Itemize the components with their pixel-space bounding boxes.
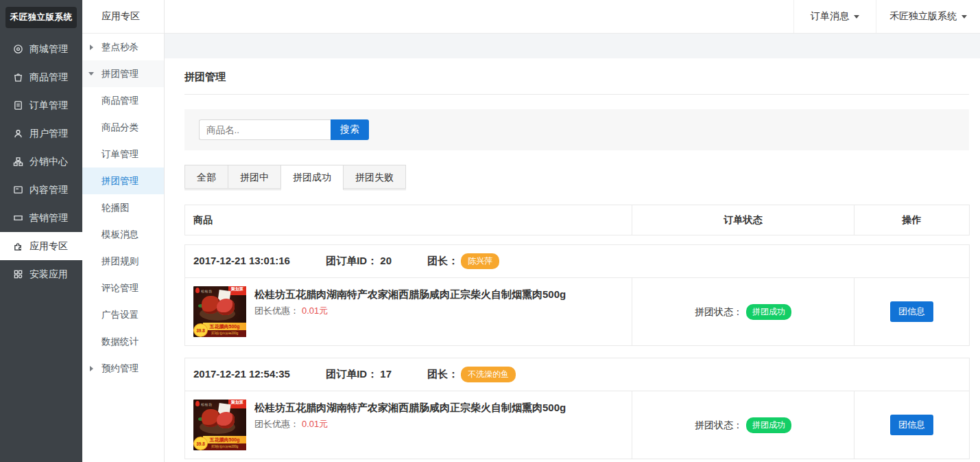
sidebar-item-label: 分销中心: [29, 156, 68, 168]
action-cell: 团信息: [854, 278, 970, 346]
status-label: 拼团状态：: [695, 306, 743, 317]
product-image-price: 39.8: [194, 324, 207, 336]
group-time: 2017-12-21 12:54:35: [193, 368, 290, 380]
product-image: 松桂坊 聚划算 五花腊肉500g 买3份送白辣椒200g 39.8: [193, 286, 246, 337]
product-image-banner: 五花腊肉500g: [203, 323, 246, 330]
subnav-carousel[interactable]: 轮播图: [82, 194, 164, 221]
group-meta-row: 2017-12-21 12:54:35 团订单ID： 17 团长： 不洗澡的鱼: [185, 358, 970, 391]
product-image-brand: 松桂坊: [201, 402, 213, 406]
subnav-reservation[interactable]: 预约管理: [82, 355, 164, 382]
discount-value: 0.01元: [302, 305, 328, 316]
discount-label: 团长优惠：: [254, 305, 299, 316]
sidebar-item-content[interactable]: 内容管理: [0, 176, 82, 204]
page-title: 拼团管理: [184, 58, 969, 95]
product-image-price: 39.8: [194, 437, 207, 450]
sidebar-item-goods[interactable]: 商品管理: [0, 63, 82, 91]
group-info-button[interactable]: 团信息: [890, 301, 933, 322]
app-logo: 禾匠独立版系统: [5, 7, 77, 28]
group-order-id: 团订单ID： 20: [326, 255, 392, 266]
product-image-corner-badge: 聚划算: [228, 286, 246, 295]
account-menu[interactable]: 禾匠独立版系统: [876, 0, 980, 33]
subnav-label: 评论管理: [101, 282, 139, 294]
subnav-label: 拼团管理: [101, 175, 139, 187]
main-nav: 商城管理 商品管理 订单管理 用户管理 分销中心 内容管理 营销管理 应用专区: [0, 35, 82, 288]
product-image-brand: 松桂坊: [201, 289, 213, 293]
sidebar-item-label: 营销管理: [29, 212, 68, 224]
group-info-button[interactable]: 团信息: [890, 415, 933, 435]
subnav-groupon-manage[interactable]: 拼团管理: [82, 168, 164, 194]
leader-label: 团长：: [427, 255, 458, 266]
search-panel: 搜索: [184, 109, 969, 150]
subnav-groupon-rules[interactable]: 拼团规则: [82, 248, 164, 275]
tab-all[interactable]: 全部: [184, 165, 228, 189]
tab-grouping[interactable]: 拼团中: [228, 165, 281, 189]
order-group: 2017-12-21 13:01:16 团订单ID： 20 团长： 陈兴萍 松桂…: [184, 244, 970, 346]
status-tabs: 全部 拼团中 拼团成功 拼团失败: [184, 165, 406, 190]
subnav-comments[interactable]: 评论管理: [82, 275, 164, 301]
sidebar-item-marketing[interactable]: 营销管理: [0, 204, 82, 232]
orders-table-header: 商品 订单状态 操作: [184, 205, 970, 235]
order-id-label: 团订单ID：: [326, 255, 377, 266]
col-order-status: 订单状态: [632, 205, 854, 235]
product-image-strip: 买3份送白辣椒200g: [203, 443, 246, 450]
subnav-label: 预约管理: [101, 362, 139, 375]
subnav-label: 数据统计: [101, 336, 139, 348]
subnav-template-message[interactable]: 模板消息: [82, 221, 164, 248]
caret-right-icon: [90, 45, 93, 50]
subnav-groupon-categories[interactable]: 商品分类: [82, 114, 164, 141]
order-group: 2017-12-21 12:54:35 团订单ID： 17 团长： 不洗澡的鱼 …: [184, 358, 970, 459]
group-order-id: 团订单ID： 17: [326, 368, 392, 380]
product-image-corner-badge: 聚划算: [228, 400, 246, 408]
menu-label: 订单消息: [811, 10, 849, 23]
content-gap: [165, 34, 980, 58]
subnav-flash-sale[interactable]: 整点秒杀: [82, 34, 164, 60]
shopping-bag-icon: [13, 72, 23, 82]
product-image-meat: [217, 412, 235, 428]
order-messages-menu[interactable]: 订单消息: [793, 0, 876, 33]
chevron-down-icon: [854, 15, 859, 19]
main-sidebar: 禾匠独立版系统 商城管理 商品管理 订单管理 用户管理 分销中心 内容管理 营销…: [0, 0, 82, 462]
menu-label: 禾匠独立版系统: [889, 10, 957, 23]
order-id-label: 团订单ID：: [326, 368, 377, 380]
subnav-label: 轮播图: [101, 202, 130, 214]
sidebar-item-label: 用户管理: [29, 128, 68, 140]
sidebar-item-distribution[interactable]: 分销中心: [0, 148, 82, 176]
search-button[interactable]: 搜索: [331, 119, 369, 140]
leader-badge: 不洗澡的鱼: [461, 367, 516, 382]
leader-discount: 团长优惠：0.01元: [254, 418, 566, 430]
sidebar-item-install-apps[interactable]: 安装应用: [0, 260, 82, 288]
sidebar-item-app-zone[interactable]: 应用专区: [0, 232, 82, 260]
subnav-groupon[interactable]: 拼团管理: [82, 60, 164, 87]
leader-discount: 团长优惠：0.01元: [254, 305, 566, 317]
subnav-groupon-goods[interactable]: 商品管理: [82, 87, 164, 114]
tab-success[interactable]: 拼团成功: [281, 165, 344, 190]
status-badge: 拼团成功: [746, 417, 791, 433]
col-product: 商品: [185, 205, 632, 235]
content-window-icon: [13, 185, 23, 195]
search-input[interactable]: [199, 119, 331, 140]
status-badge: 拼团成功: [746, 304, 791, 320]
subnav-statistics[interactable]: 数据统计: [82, 328, 164, 355]
sidebar-item-users[interactable]: 用户管理: [0, 119, 82, 148]
caret-down-icon: [88, 72, 94, 76]
subnav-label: 模板消息: [101, 229, 139, 241]
product-cell: 松桂坊 聚划算 五花腊肉500g 买3份送白辣椒200g 39.8: [185, 391, 632, 459]
org-chart-icon: [13, 157, 23, 167]
status-cell: 拼团状态：拼团成功: [632, 391, 854, 459]
sidebar-item-label: 订单管理: [29, 100, 68, 112]
subnav-ads[interactable]: 广告设置: [82, 301, 164, 328]
apps-grid-icon: [13, 269, 23, 279]
topbar: 订单消息 禾匠独立版系统: [165, 0, 980, 34]
sidebar-item-orders[interactable]: 订单管理: [0, 91, 82, 119]
sidebar-item-mall[interactable]: 商城管理: [0, 35, 82, 63]
product-cell: 松桂坊 聚划算 五花腊肉500g 买3份送白辣椒200g 39.8: [185, 278, 632, 346]
action-cell: 团信息: [854, 391, 970, 459]
tab-failed[interactable]: 拼团失败: [344, 165, 406, 189]
subnav-groupon-orders[interactable]: 订单管理: [82, 141, 164, 168]
subnav-label: 整点秒杀: [101, 41, 139, 54]
subnav-label: 商品分类: [101, 122, 139, 134]
status-cell: 拼团状态：拼团成功: [632, 278, 854, 346]
caret-right-icon: [90, 366, 93, 371]
mall-icon: [13, 44, 23, 54]
subnav-label: 订单管理: [101, 148, 139, 161]
